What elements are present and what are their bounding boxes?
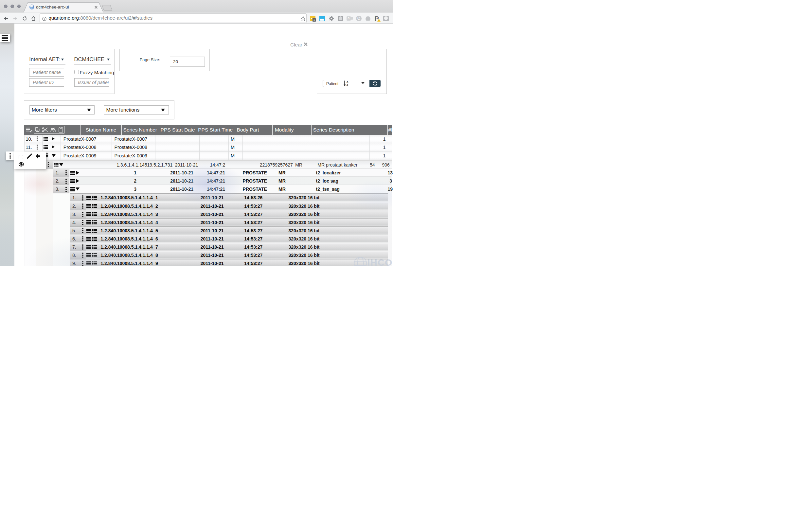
svg-text:Z: Z bbox=[347, 84, 348, 86]
svg-text:IHCO: IHCO bbox=[368, 257, 393, 266]
svg-text:A: A bbox=[347, 80, 348, 84]
